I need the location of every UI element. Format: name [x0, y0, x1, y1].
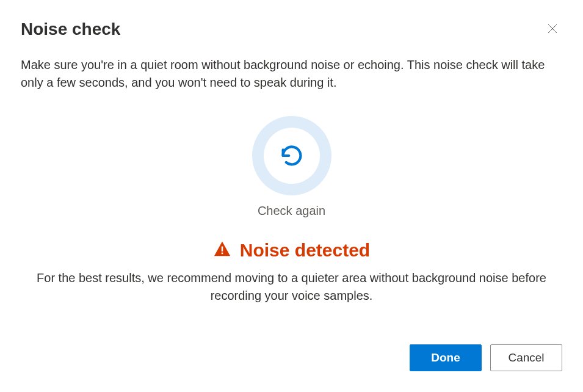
dialog-title: Noise check: [21, 20, 120, 39]
svg-rect-2: [222, 247, 223, 252]
close-button[interactable]: [543, 20, 562, 39]
cancel-button[interactable]: Cancel: [490, 344, 562, 371]
refresh-icon: [264, 128, 320, 184]
warning-triangle-icon: [213, 240, 231, 261]
svg-rect-3: [222, 253, 223, 255]
dialog-description: Make sure you're in a quiet room without…: [21, 56, 549, 92]
dialog-footer: Done Cancel: [410, 344, 562, 371]
check-again-label: Check again: [258, 204, 325, 218]
close-icon: [548, 24, 557, 35]
warning-heading: Noise detected: [213, 240, 370, 261]
warning-title: Noise detected: [240, 240, 370, 261]
check-again-button[interactable]: [252, 116, 331, 195]
warning-body: For the best results, we recommend movin…: [21, 269, 562, 305]
done-button[interactable]: Done: [410, 344, 482, 371]
